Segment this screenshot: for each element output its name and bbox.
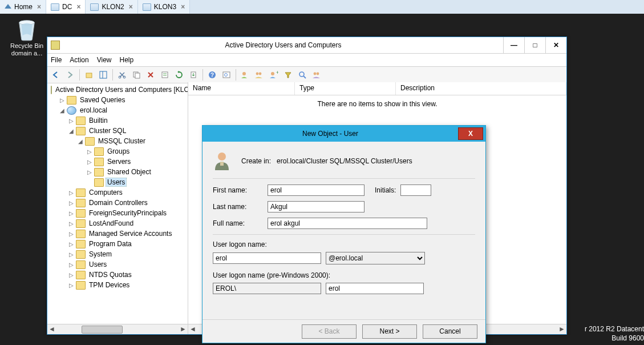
tree-mssql-cluster[interactable]: ◢MSSQL Cluster bbox=[75, 136, 188, 146]
tree-builtin[interactable]: ▷Builtin bbox=[66, 115, 188, 126]
expand-icon[interactable]: ▷ bbox=[68, 272, 75, 278]
up-button[interactable] bbox=[83, 69, 95, 81]
scroll-left-icon[interactable]: ◄ bbox=[188, 324, 197, 334]
export-button[interactable] bbox=[187, 69, 200, 81]
help-button[interactable]: ? bbox=[206, 69, 218, 81]
tree[interactable]: Active Directory Users and Computers [KL… bbox=[47, 85, 188, 290]
expand-icon[interactable]: ▷ bbox=[68, 190, 75, 196]
refresh-button[interactable] bbox=[173, 69, 185, 81]
expand-icon[interactable]: ▷ bbox=[68, 231, 75, 237]
find-objects-button[interactable] bbox=[296, 69, 309, 81]
dialog-titlebar[interactable]: New Object - User X bbox=[202, 126, 485, 142]
cut-button[interactable] bbox=[116, 69, 128, 81]
menu-action[interactable]: Action bbox=[70, 56, 88, 64]
dialog-close-button[interactable]: X bbox=[458, 127, 483, 140]
forward-button[interactable] bbox=[64, 69, 76, 81]
svg-rect-26 bbox=[220, 162, 224, 166]
tree-groups[interactable]: ▷Groups bbox=[84, 146, 188, 157]
close-icon[interactable]: × bbox=[181, 3, 185, 11]
menu-help[interactable]: Help bbox=[120, 56, 134, 64]
expand-icon[interactable]: ▷ bbox=[68, 251, 75, 258]
scroll-right-icon[interactable]: ► bbox=[557, 324, 566, 334]
tree-shared-object[interactable]: ▷Shared Object bbox=[84, 167, 188, 177]
new-user-button[interactable] bbox=[239, 69, 252, 81]
expand-icon[interactable]: ▷ bbox=[68, 262, 75, 268]
scroll-right-icon[interactable]: ► bbox=[179, 324, 188, 334]
close-icon[interactable]: × bbox=[37, 3, 41, 11]
close-icon[interactable]: × bbox=[129, 3, 133, 11]
tree-lost-and-found[interactable]: ▷LostAndFound bbox=[66, 218, 188, 228]
cancel-button[interactable]: Cancel bbox=[423, 324, 477, 339]
delete-button[interactable] bbox=[144, 69, 157, 81]
netbios-user-input[interactable] bbox=[326, 283, 424, 294]
next-button[interactable]: Next > bbox=[362, 324, 417, 339]
first-name-input[interactable] bbox=[268, 184, 364, 196]
tab-klon3[interactable]: KLON3× bbox=[138, 0, 190, 14]
tree-root[interactable]: Active Directory Users and Computers [KL… bbox=[47, 85, 188, 95]
tree-program-data[interactable]: ▷Program Data bbox=[66, 239, 188, 249]
expand-icon[interactable]: ▷ bbox=[68, 210, 75, 216]
new-ou-button[interactable]: + bbox=[268, 69, 280, 81]
filter-button[interactable] bbox=[282, 69, 294, 81]
toolbar: ? + bbox=[47, 67, 566, 83]
logon-name-input[interactable] bbox=[213, 252, 321, 264]
col-type[interactable]: Type bbox=[295, 82, 396, 95]
expand-icon[interactable]: ▷ bbox=[68, 241, 75, 247]
scroll-thumb[interactable] bbox=[82, 326, 123, 334]
menu-file[interactable]: File bbox=[51, 56, 62, 64]
last-name-input[interactable] bbox=[268, 201, 364, 212]
expand-icon[interactable]: ▷ bbox=[68, 282, 75, 288]
tree-foreign-security-principals[interactable]: ▷ForeignSecurityPrincipals bbox=[66, 208, 188, 218]
tab-home[interactable]: Home× bbox=[0, 0, 46, 14]
scroll-left-icon[interactable]: ◄ bbox=[47, 324, 56, 334]
back-button[interactable]: < Back bbox=[302, 324, 357, 339]
upn-suffix-select[interactable]: @erol.local bbox=[326, 252, 425, 264]
col-description[interactable]: Description bbox=[396, 82, 566, 95]
menu-view[interactable]: View bbox=[97, 56, 112, 64]
tree-domain[interactable]: ◢erol.local bbox=[56, 105, 188, 115]
tree-system[interactable]: ▷System bbox=[66, 249, 188, 259]
close-icon[interactable]: × bbox=[76, 3, 80, 11]
tree-saved-queries[interactable]: ▷Saved Queries bbox=[56, 95, 188, 105]
collapse-icon[interactable]: ◢ bbox=[77, 138, 84, 145]
tree-hscroll[interactable]: ◄► bbox=[47, 324, 188, 334]
back-button[interactable] bbox=[50, 69, 62, 81]
empty-message: There are no items to show in this view. bbox=[188, 100, 566, 108]
full-name-input[interactable] bbox=[268, 218, 427, 229]
column-headers[interactable]: Name Type Description bbox=[188, 82, 566, 95]
expand-icon[interactable]: ▷ bbox=[86, 149, 93, 155]
tree-users[interactable]: ▷Users bbox=[66, 259, 188, 270]
show-hide-button[interactable] bbox=[97, 69, 110, 81]
tree-cluster-sql[interactable]: ◢Cluster SQL bbox=[66, 126, 188, 136]
tree-servers[interactable]: ▷Servers bbox=[84, 157, 188, 167]
collapse-icon[interactable]: ◢ bbox=[68, 128, 75, 134]
maximize-button[interactable]: □ bbox=[524, 37, 545, 53]
col-name[interactable]: Name bbox=[188, 82, 295, 95]
tree-computers[interactable]: ▷Computers bbox=[66, 187, 188, 198]
properties-button[interactable] bbox=[159, 69, 171, 81]
minimize-button[interactable]: — bbox=[503, 37, 524, 53]
tree-users-ou[interactable]: Users bbox=[84, 177, 188, 187]
collapse-icon[interactable]: ◢ bbox=[59, 107, 66, 114]
recycle-bin-icon[interactable]: Recycle Bin domain a... bbox=[6, 17, 48, 57]
expand-icon[interactable]: ▷ bbox=[68, 200, 75, 206]
expand-icon[interactable]: ▷ bbox=[86, 159, 93, 165]
new-group-button[interactable] bbox=[253, 69, 266, 81]
expand-icon[interactable]: ▷ bbox=[68, 220, 75, 227]
copy-button[interactable] bbox=[130, 69, 143, 81]
add-to-group-button[interactable] bbox=[310, 69, 323, 81]
tab-dc[interactable]: DC× bbox=[46, 0, 86, 14]
tree-tpm-devices[interactable]: ▷TPM Devices bbox=[66, 280, 188, 290]
tree-managed-service-accounts[interactable]: ▷Managed Service Accounts bbox=[66, 228, 188, 239]
expand-icon[interactable]: ▷ bbox=[86, 169, 93, 175]
folder-icon bbox=[76, 271, 86, 279]
initials-input[interactable] bbox=[400, 184, 431, 196]
tree-domain-controllers[interactable]: ▷Domain Controllers bbox=[66, 198, 188, 208]
find-button[interactable] bbox=[220, 69, 233, 81]
expand-icon[interactable]: ▷ bbox=[59, 97, 66, 103]
aduc-titlebar[interactable]: Active Directory Users and Computers — □… bbox=[47, 37, 566, 54]
tab-klon2[interactable]: KLON2× bbox=[86, 0, 137, 14]
close-button[interactable]: ✕ bbox=[545, 37, 566, 53]
expand-icon[interactable]: ▷ bbox=[68, 118, 75, 124]
tree-ntds-quotas[interactable]: ▷NTDS Quotas bbox=[66, 270, 188, 280]
